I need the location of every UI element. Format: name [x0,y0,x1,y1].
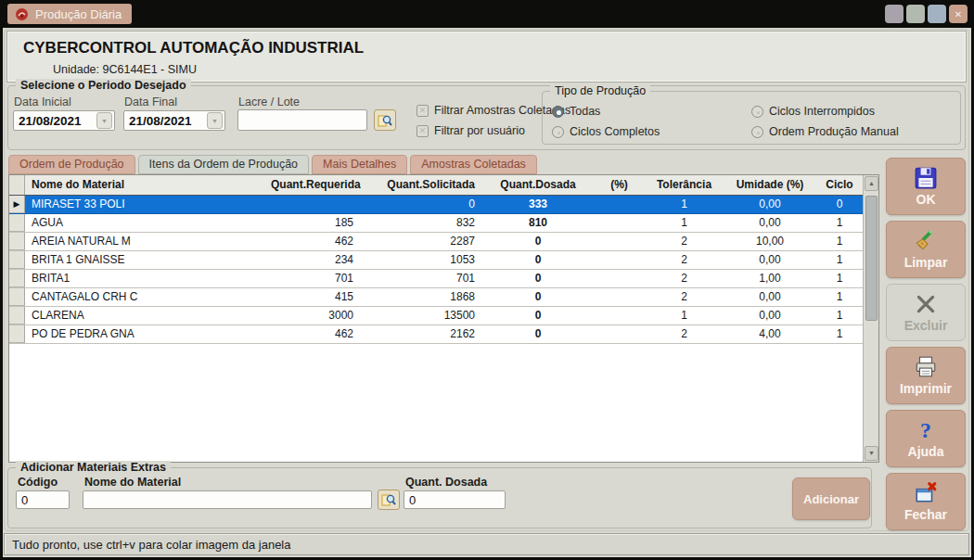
table-cell: CLARENA [25,307,271,325]
limpar-button-label: Limpar [904,255,948,270]
table-cell: 0 [482,251,594,269]
table-corner-cell [9,175,25,195]
material-search-button[interactable] [378,490,400,510]
limpar-button[interactable]: Limpar [886,221,966,278]
radio-icon [552,126,564,138]
filter-usuario-checkbox[interactable]: Filtrar por usuário [417,124,525,137]
radio-todas[interactable]: Todas [552,105,600,118]
quant-dosada-input[interactable] [404,490,506,509]
window-title-chip: Produção Diária [7,4,132,24]
excluir-button[interactable]: Excluir [886,284,966,341]
column-header[interactable]: Quant.Requerida [271,175,361,195]
ajuda-button-label: Ajuda [908,444,944,459]
table-cell: 1 [816,307,863,325]
window-button-close[interactable]: ✕ [949,5,968,23]
table-cell: AREIA NATURAL M [25,233,271,250]
radio-ciclos-interrompidos[interactable]: Ciclos Interrompidos [751,105,875,118]
table-cell: 1 [816,251,863,269]
column-header[interactable]: (%) [594,175,645,195]
tab-ordem-de-producao[interactable]: Ordem de Produção [8,155,135,174]
codigo-input[interactable] [16,490,70,509]
column-header[interactable]: Tolerância [645,175,724,195]
window-button-maximize[interactable] [928,5,946,23]
help-icon: ? [914,418,938,442]
row-indicator [9,325,25,343]
column-header[interactable]: Umidade (%) [724,175,816,195]
table-cell [594,251,645,269]
table-row[interactable]: BRITA 1 GNAISSE2341053020,001 [9,251,863,270]
radio-ordem-producao-manual[interactable]: Ordem Produção Manual [751,125,899,138]
close-window-icon [914,481,938,505]
table-body: ▶MIRASET 33 POLI033310,000AGUA1858328101… [9,196,863,344]
row-indicator: ▶ [9,196,25,213]
column-header[interactable]: Ciclo [816,175,863,195]
table-cell: 2 [645,233,724,250]
row-indicator [9,288,25,306]
table-cell: 2162 [361,325,482,343]
table-row[interactable]: AGUA18583281010,001 [9,214,863,233]
period-groupbox-legend: Selecione o Periodo Desejado [16,79,191,92]
company-title: CYBERCONTROL AUTOMAÇÃO INDUSTRIAL [23,39,364,57]
ok-button[interactable]: OK [886,158,966,215]
close-x-icon: ✕ [955,9,962,19]
row-indicator [9,307,25,325]
table-cell [594,214,645,232]
table-cell: 13500 [361,307,482,325]
column-header[interactable]: Nome do Material [25,175,271,195]
table-row[interactable]: ▶MIRASET 33 POLI033310,000 [9,196,863,214]
fechar-button-label: Fechar [904,507,947,522]
imprimir-button[interactable]: Imprimir [886,347,966,404]
adicionar-button[interactable]: Adicionar [792,477,870,520]
scroll-up-icon[interactable]: ▲ [865,176,878,191]
table-row[interactable]: CLARENA300013500010,001 [9,307,863,325]
row-indicator [9,214,25,232]
ajuda-button[interactable]: ? Ajuda [886,410,966,467]
table-cell: 701 [271,270,361,287]
window-button-minimize[interactable] [885,5,904,23]
table-cell: 333 [482,196,594,213]
table-row[interactable]: CANTAGALO CRH C4151868020,001 [9,288,863,307]
checkbox-label: Filtrar por usuário [434,124,525,137]
table-cell [594,307,645,325]
table-cell: MIRASET 33 POLI [25,196,271,213]
table-cell: 1 [816,288,863,306]
table-cell: 1,00 [724,270,816,287]
search-icon [378,113,392,128]
lacre-lote-input[interactable] [237,109,367,131]
table-cell: 0 [361,196,482,213]
scroll-down-icon[interactable]: ▼ [865,446,878,461]
table-cell: 415 [271,288,361,306]
broom-icon [914,229,938,253]
data-final-dropdown-icon[interactable] [207,112,223,129]
data-inicial-dropdown-icon[interactable] [96,112,112,129]
table-cell: 4,00 [724,325,816,343]
fechar-button[interactable]: Fechar [886,473,966,530]
vertical-scrollbar[interactable]: ▲ ▼ [863,175,878,462]
table-cell: 3000 [271,307,361,325]
table-cell: 2287 [361,233,482,250]
radio-icon [751,126,763,138]
column-header[interactable]: Quant.Solicitada [361,175,482,195]
table-cell: 701 [361,270,482,287]
window-button-restore[interactable] [906,5,925,23]
table-cell: CANTAGALO CRH C [25,288,271,306]
radio-icon [552,106,564,118]
row-indicator [9,251,25,269]
tab-itens-da-ordem-de-producao[interactable]: Itens da Ordem de Produção [138,155,310,174]
table-cell: 0 [482,288,594,306]
lacre-search-button[interactable] [374,109,396,131]
table-cell: 1 [645,307,724,325]
tab-amostras-coletadas[interactable]: Amostras Coletadas [410,155,537,174]
table-cell: 2 [645,270,724,287]
table-row[interactable]: PO DE PEDRA GNA4622162024,001 [9,325,863,344]
table-cell: PO DE PEDRA GNA [25,325,271,343]
material-input[interactable] [83,490,372,509]
table-cell: 0 [482,307,594,325]
radio-ciclos-completos[interactable]: Ciclos Completos [552,125,660,138]
table-row[interactable]: BRITA1701701021,001 [9,270,863,288]
table-row[interactable]: AREIA NATURAL M46222870210,001 [9,233,863,251]
table-cell: 10,00 [724,233,816,250]
tab-mais-detalhes[interactable]: Mais Detalhes [312,155,407,174]
column-header[interactable]: Quant.Dosada [482,175,594,195]
scrollbar-thumb[interactable] [865,196,878,321]
